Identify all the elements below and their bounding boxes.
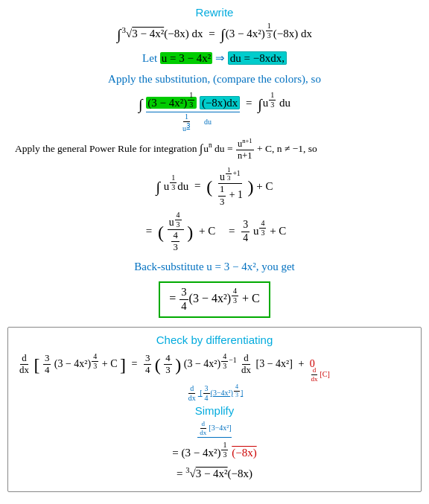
simplify-line-3: = 3√3 − 4x²(−8x) (17, 465, 412, 482)
line-simplified-frac: = ( u43 43 ) + C = 34 u43 + C (7, 211, 422, 253)
line-sub-integral: ∫ (3 − 4x²)13 (−8x)dx 1u3̲ du = ∫u13 du (7, 91, 422, 133)
line-box-result: = 34(3 − 4x²)43 + C (7, 278, 422, 320)
line-power-rule: Apply the general Power Rule for integra… (7, 137, 422, 162)
simplify-line-2: = (3 − 4x²)13 (−8x) (17, 441, 412, 462)
simplify-line-1: ddx[3−4x²] (17, 420, 412, 438)
line-rewrite-main: ∫3√3 − 4x²(−8x) dx = ∫(3 − 4x²)13(−8x) d… (7, 22, 422, 46)
check-title: Check by differentiating (17, 334, 412, 346)
line-apply-sub: Apply the substitution, (compare the col… (7, 70, 422, 88)
check-line-1: ddx [ 34 (3 − 4x²)43 + C ] = 34 ( 43 ) (… (17, 351, 412, 379)
check-box: Check by differentiating ddx [ 34 (3 − 4… (7, 327, 422, 492)
rewrite-title: Rewrite (7, 6, 422, 19)
simplify-title: Simplify (17, 404, 412, 417)
line-let: Let u = 3 − 4x² ⇒ du = −8xdx, (7, 49, 422, 67)
line-back-sub: Back-substitute u = 3 − 4x², you get (7, 258, 422, 275)
check-sub-label: ddx [34(3−4x²)43] (17, 383, 412, 403)
line-integral-frac: ∫ u13du = ( u13+1 13 + 1 ) + C (7, 166, 422, 208)
